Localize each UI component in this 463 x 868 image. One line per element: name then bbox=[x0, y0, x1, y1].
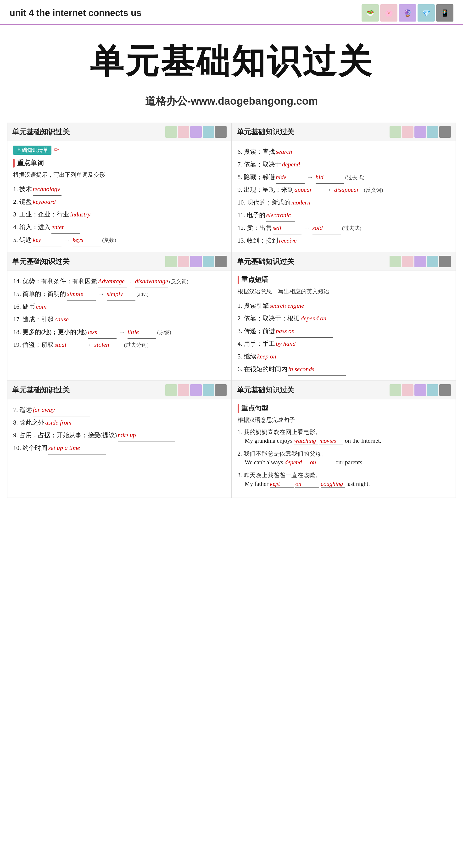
card3-items: 14. 优势；有利条件；有利因素 Advantage ， disadvantag… bbox=[13, 275, 226, 351]
item-10: 10. 现代的；新式的 modern bbox=[238, 196, 450, 209]
phrase-4: 4. 用手；手工 by hand bbox=[238, 338, 450, 350]
phrase-section: 重点短语 bbox=[238, 275, 450, 284]
card5-items: 7. 遥远 far away 8. 除此之外 aside from 9. 占用，… bbox=[13, 404, 226, 455]
card-5-imgs bbox=[165, 384, 227, 396]
card-sentences: 单元基础知识过关 重点句型 根据汉语意思完成句子 1. 我的奶奶喜欢在网上看电影… bbox=[232, 381, 456, 498]
card-2-imgs bbox=[390, 126, 451, 138]
card-header-4: 单元基础知识过关 bbox=[232, 252, 456, 271]
blank-watching: watching bbox=[294, 437, 318, 444]
header-img-5: 📱 bbox=[436, 4, 454, 22]
item-5: 5. 钥匙 key → keys (复数) bbox=[13, 234, 226, 246]
item-3-num: 3. 工业；企业；行业 bbox=[13, 208, 69, 221]
card-2-body: 6. 搜索；查找 search 7. 依靠；取决于 depend 8. 隐藏；躲… bbox=[232, 141, 456, 252]
basics-tag: 基础知识清单 bbox=[13, 146, 52, 155]
item-15: 15. 简单的；简明的 simple → simply (adv.) bbox=[13, 288, 226, 301]
card-5-title: 单元基础知识过关 bbox=[12, 385, 70, 395]
item-14: 14. 优势；有利条件；有利因素 Advantage ， disadvantag… bbox=[13, 275, 226, 288]
card-header-1: 单元基础知识过关 bbox=[7, 123, 231, 141]
header-images: 🥗 🌸 🔮 💎 📱 bbox=[362, 4, 454, 22]
item-17: 17. 造成；引起 cause bbox=[13, 313, 226, 326]
blank-movies: movies bbox=[320, 437, 343, 444]
item-11: 11. 电子的 electronic bbox=[238, 209, 450, 222]
item-12: 12. 卖；出售 sell → sold (过去式) bbox=[238, 222, 450, 235]
item-19: 19. 偷盗；窃取 steal → stolen (过去分词) bbox=[13, 339, 226, 351]
item-7: 7. 依靠；取决于 depend bbox=[238, 158, 450, 171]
card-img-1b bbox=[178, 126, 189, 138]
card-6-title: 单元基础知识过关 bbox=[237, 385, 294, 395]
bar-decoration-4 bbox=[238, 276, 239, 284]
card2-items: 6. 搜索；查找 search 7. 依靠；取决于 depend 8. 隐藏；躲… bbox=[238, 146, 450, 247]
card-5-body: 7. 遥远 far away 8. 除此之外 aside from 9. 占用，… bbox=[7, 399, 231, 459]
sentence-3-en: My father kept on coughing last night. bbox=[245, 480, 450, 488]
item-4: 4. 输入；进入 enter bbox=[13, 221, 226, 234]
item-3-answer: industry bbox=[70, 208, 99, 221]
item-5-num: 5. 钥匙 bbox=[13, 234, 32, 246]
item-5-answer2: keys bbox=[72, 234, 101, 246]
card-img-2c bbox=[415, 126, 426, 138]
card-3-title: 单元基础知识过关 bbox=[12, 257, 70, 267]
card-phrases-2: 单元基础知识过关 7. 遥远 far away 8. 除此之外 aside fr… bbox=[7, 381, 232, 498]
page-header: unit 4 the internet connects us 🥗 🌸 🔮 💎 … bbox=[0, 0, 463, 25]
phrase-10: 10. 约个时间 set up a time bbox=[13, 442, 226, 455]
phrase-5: 5. 继续 keep on bbox=[238, 350, 450, 363]
card-header-6: 单元基础知识过关 bbox=[232, 381, 456, 399]
blank-kept: kept bbox=[270, 480, 294, 488]
card-6-body: 重点句型 根据汉语意思完成句子 1. 我的奶奶喜欢在网上看电影。 My gran… bbox=[232, 399, 456, 498]
sentence-label: 重点句型 bbox=[241, 404, 268, 413]
keyword-label: 重点单词 bbox=[17, 158, 44, 167]
item-5-answer1: key bbox=[33, 234, 62, 246]
card6-desc: 根据汉语意思完成句子 bbox=[238, 416, 450, 424]
sentence-3-cn: 3. 昨天晚上我爸爸一直在咳嗽。 bbox=[238, 471, 450, 479]
item-5-note: (复数) bbox=[102, 235, 116, 245]
bar-decoration-6 bbox=[238, 404, 239, 413]
blank-on2: on bbox=[295, 480, 319, 488]
card-header-3: 单元基础知识过关 bbox=[7, 252, 231, 271]
card-img-2d bbox=[427, 126, 438, 138]
card-6-imgs bbox=[390, 384, 451, 396]
card-img-1c bbox=[190, 126, 202, 138]
phrase-8: 8. 除此之外 aside from bbox=[13, 416, 226, 429]
card-4-imgs bbox=[390, 256, 451, 267]
content-grid: 单元基础知识过关 基础知识清单 ✏ 重点单词 根据汉语提示，写出下列单词及变形 bbox=[7, 123, 456, 498]
card-header-2: 单元基础知识过关 bbox=[232, 123, 456, 141]
card-img-1e bbox=[215, 126, 227, 138]
header-img-1: 🥗 bbox=[362, 4, 379, 22]
item-2-num: 2. 键盘 bbox=[13, 196, 32, 208]
main-title: 单元基础知识过关 bbox=[0, 39, 463, 85]
card-vocabulary-1: 单元基础知识过关 基础知识清单 ✏ 重点单词 根据汉语提示，写出下列单词及变形 bbox=[7, 123, 232, 252]
sentence-2: 2. 我们不能总是依靠我们的父母。 We can't always depend… bbox=[238, 450, 450, 466]
item-3: 3. 工业；企业；行业 industry bbox=[13, 208, 226, 221]
card-vocabulary-3: 单元基础知识过关 14. 优势；有利条件；有利因素 Advantage ， di… bbox=[7, 252, 232, 381]
section-tag-green: 基础知识清单 ✏ bbox=[13, 146, 226, 158]
phrase-1: 1. 搜索引擎 search engine bbox=[238, 300, 450, 312]
item-1-num: 1. 技术 bbox=[13, 183, 32, 195]
phrase-9: 9. 占用，占据；开始从事；接受(提议) take up bbox=[13, 429, 226, 442]
card-3-imgs bbox=[165, 256, 227, 267]
card1-items: 1. 技术 technology 2. 键盘 keyboard 3. 工业；企业… bbox=[13, 183, 226, 246]
title-section: 单元基础知识过关 道格办公-www.daogebangong.com bbox=[0, 25, 463, 113]
item-9: 9. 出现；呈现；来到 appear → disappear (反义词) bbox=[238, 184, 450, 196]
phrase-label: 重点短语 bbox=[241, 275, 268, 284]
item-13: 13. 收到；接到 receive bbox=[238, 235, 450, 247]
subtitle: 道格办公-www.daogebangong.com bbox=[0, 94, 463, 108]
card-img-2a bbox=[390, 126, 401, 138]
card-vocabulary-2: 单元基础知识过关 6. 搜索；查找 search 7. 依靠；取决于 depen… bbox=[232, 123, 456, 252]
sentence-1: 1. 我的奶奶喜欢在网上看电影。 My grandma enjoys watch… bbox=[238, 428, 450, 444]
card-1-imgs bbox=[165, 126, 227, 138]
card4-desc: 根据汉语意思，写出相应的英文短语 bbox=[238, 287, 450, 295]
sentence-3: 3. 昨天晚上我爸爸一直在咳嗽。 My father kept on cough… bbox=[238, 471, 450, 488]
item-2-answer: keyboard bbox=[33, 196, 62, 208]
bar-decoration bbox=[13, 159, 14, 167]
sentence-1-cn: 1. 我的奶奶喜欢在网上看电影。 bbox=[238, 428, 450, 436]
sentence-section: 重点句型 bbox=[238, 404, 450, 413]
card-1-title: 单元基础知识过关 bbox=[12, 127, 70, 137]
card-header-5: 单元基础知识过关 bbox=[7, 381, 231, 399]
item-2: 2. 键盘 keyboard bbox=[13, 196, 226, 208]
card-img-2e bbox=[439, 126, 451, 138]
phrase-6: 6. 在很短的时间内 in seconds bbox=[238, 363, 450, 376]
phrase-3: 3. 传递；前进 pass on bbox=[238, 325, 450, 338]
item-18: 18. 更多的(地)；更小的(地) less → little (原级) bbox=[13, 326, 226, 339]
item-6: 6. 搜索；查找 search bbox=[238, 146, 450, 158]
card-4-body: 重点短语 根据汉语意思，写出相应的英文短语 1. 搜索引擎 search eng… bbox=[232, 271, 456, 380]
card-1-body: 基础知识清单 ✏ 重点单词 根据汉语提示，写出下列单词及变形 1. 技术 tec… bbox=[7, 141, 231, 251]
